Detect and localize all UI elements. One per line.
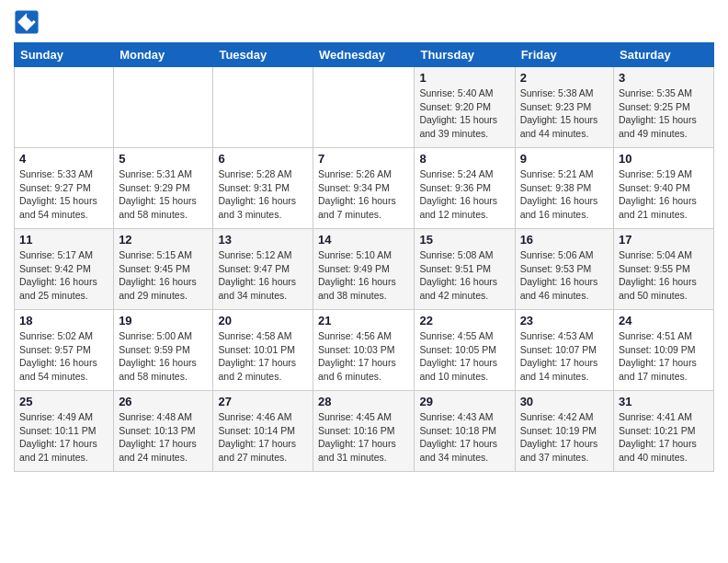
day-detail: Sunrise: 5:33 AM Sunset: 9:27 PM Dayligh… bbox=[19, 167, 108, 222]
calendar-cell: 3Sunrise: 5:35 AM Sunset: 9:25 PM Daylig… bbox=[614, 67, 714, 148]
day-number: 19 bbox=[119, 314, 208, 327]
calendar-week-4: 18Sunrise: 5:02 AM Sunset: 9:57 PM Dayli… bbox=[15, 310, 714, 391]
day-detail: Sunrise: 5:24 AM Sunset: 9:36 PM Dayligh… bbox=[419, 167, 509, 222]
day-detail: Sunrise: 4:53 AM Sunset: 10:07 PM Daylig… bbox=[520, 329, 609, 384]
calendar-cell bbox=[313, 67, 415, 148]
day-number: 5 bbox=[119, 152, 208, 166]
calendar-cell: 22Sunrise: 4:55 AM Sunset: 10:05 PM Dayl… bbox=[415, 310, 515, 391]
weekday-header-wednesday: Wednesday bbox=[313, 43, 415, 67]
day-detail: Sunrise: 5:10 AM Sunset: 9:49 PM Dayligh… bbox=[318, 248, 409, 303]
calendar-cell: 17Sunrise: 5:04 AM Sunset: 9:55 PM Dayli… bbox=[614, 229, 714, 310]
calendar-cell: 20Sunrise: 4:58 AM Sunset: 10:01 PM Dayl… bbox=[213, 310, 313, 391]
day-number: 6 bbox=[218, 152, 308, 166]
day-number: 11 bbox=[19, 233, 108, 247]
day-detail: Sunrise: 5:12 AM Sunset: 9:47 PM Dayligh… bbox=[218, 248, 308, 303]
day-detail: Sunrise: 5:26 AM Sunset: 9:34 PM Dayligh… bbox=[318, 167, 409, 222]
calendar-cell: 11Sunrise: 5:17 AM Sunset: 9:42 PM Dayli… bbox=[15, 229, 114, 310]
day-number: 23 bbox=[520, 314, 609, 327]
day-detail: Sunrise: 5:28 AM Sunset: 9:31 PM Dayligh… bbox=[218, 167, 308, 222]
day-number: 22 bbox=[419, 314, 509, 327]
calendar-cell: 27Sunrise: 4:46 AM Sunset: 10:14 PM Dayl… bbox=[213, 391, 313, 472]
day-detail: Sunrise: 5:40 AM Sunset: 9:20 PM Dayligh… bbox=[419, 86, 509, 141]
calendar-table: SundayMondayTuesdayWednesdayThursdayFrid… bbox=[14, 42, 714, 472]
day-detail: Sunrise: 4:42 AM Sunset: 10:19 PM Daylig… bbox=[520, 410, 609, 465]
calendar-cell bbox=[213, 67, 313, 148]
calendar-cell bbox=[114, 67, 213, 148]
calendar-cell: 12Sunrise: 5:15 AM Sunset: 9:45 PM Dayli… bbox=[114, 229, 213, 310]
day-detail: Sunrise: 4:49 AM Sunset: 10:11 PM Daylig… bbox=[19, 410, 108, 465]
day-detail: Sunrise: 4:46 AM Sunset: 10:14 PM Daylig… bbox=[218, 410, 308, 465]
day-detail: Sunrise: 5:17 AM Sunset: 9:42 PM Dayligh… bbox=[19, 248, 108, 303]
weekday-header-sunday: Sunday bbox=[15, 43, 114, 67]
day-number: 25 bbox=[19, 395, 108, 408]
calendar-cell: 16Sunrise: 5:06 AM Sunset: 9:53 PM Dayli… bbox=[515, 229, 613, 310]
calendar-cell: 29Sunrise: 4:43 AM Sunset: 10:18 PM Dayl… bbox=[415, 391, 515, 472]
weekday-header-monday: Monday bbox=[114, 43, 213, 67]
day-number: 24 bbox=[619, 314, 709, 327]
calendar-cell: 28Sunrise: 4:45 AM Sunset: 10:16 PM Dayl… bbox=[313, 391, 415, 472]
calendar-week-2: 4Sunrise: 5:33 AM Sunset: 9:27 PM Daylig… bbox=[15, 148, 714, 229]
day-detail: Sunrise: 5:31 AM Sunset: 9:29 PM Dayligh… bbox=[119, 167, 208, 222]
calendar-cell: 19Sunrise: 5:00 AM Sunset: 9:59 PM Dayli… bbox=[114, 310, 213, 391]
day-detail: Sunrise: 4:55 AM Sunset: 10:05 PM Daylig… bbox=[419, 329, 509, 384]
calendar-cell: 2Sunrise: 5:38 AM Sunset: 9:23 PM Daylig… bbox=[515, 67, 613, 148]
day-detail: Sunrise: 4:45 AM Sunset: 10:16 PM Daylig… bbox=[318, 410, 409, 465]
calendar-week-5: 25Sunrise: 4:49 AM Sunset: 10:11 PM Dayl… bbox=[15, 391, 714, 472]
day-number: 16 bbox=[520, 233, 609, 247]
weekday-header-tuesday: Tuesday bbox=[213, 43, 313, 67]
calendar-week-1: 1Sunrise: 5:40 AM Sunset: 9:20 PM Daylig… bbox=[15, 67, 714, 148]
day-number: 10 bbox=[619, 152, 709, 166]
calendar-cell: 23Sunrise: 4:53 AM Sunset: 10:07 PM Dayl… bbox=[515, 310, 613, 391]
day-number: 17 bbox=[619, 233, 709, 247]
calendar-cell: 1Sunrise: 5:40 AM Sunset: 9:20 PM Daylig… bbox=[415, 67, 515, 148]
calendar-cell bbox=[15, 67, 114, 148]
weekday-header-friday: Friday bbox=[515, 43, 613, 67]
day-number: 7 bbox=[318, 152, 409, 166]
day-number: 2 bbox=[520, 71, 609, 85]
day-detail: Sunrise: 4:48 AM Sunset: 10:13 PM Daylig… bbox=[119, 410, 208, 465]
day-detail: Sunrise: 4:43 AM Sunset: 10:18 PM Daylig… bbox=[419, 410, 509, 465]
calendar-cell: 14Sunrise: 5:10 AM Sunset: 9:49 PM Dayli… bbox=[313, 229, 415, 310]
calendar-cell: 8Sunrise: 5:24 AM Sunset: 9:36 PM Daylig… bbox=[415, 148, 515, 229]
day-number: 4 bbox=[19, 152, 108, 166]
day-number: 27 bbox=[218, 395, 308, 408]
day-detail: Sunrise: 5:06 AM Sunset: 9:53 PM Dayligh… bbox=[520, 248, 609, 303]
logo bbox=[14, 9, 43, 35]
day-number: 15 bbox=[419, 233, 509, 247]
day-detail: Sunrise: 5:15 AM Sunset: 9:45 PM Dayligh… bbox=[119, 248, 208, 303]
logo-icon bbox=[14, 9, 40, 35]
calendar-cell: 15Sunrise: 5:08 AM Sunset: 9:51 PM Dayli… bbox=[415, 229, 515, 310]
day-number: 21 bbox=[318, 314, 409, 327]
calendar-cell: 26Sunrise: 4:48 AM Sunset: 10:13 PM Dayl… bbox=[114, 391, 213, 472]
day-number: 13 bbox=[218, 233, 308, 247]
weekday-header-thursday: Thursday bbox=[415, 43, 515, 67]
calendar-cell: 13Sunrise: 5:12 AM Sunset: 9:47 PM Dayli… bbox=[213, 229, 313, 310]
day-number: 8 bbox=[419, 152, 509, 166]
calendar-cell: 10Sunrise: 5:19 AM Sunset: 9:40 PM Dayli… bbox=[614, 148, 714, 229]
day-number: 28 bbox=[318, 395, 409, 408]
calendar-cell: 7Sunrise: 5:26 AM Sunset: 9:34 PM Daylig… bbox=[313, 148, 415, 229]
day-number: 14 bbox=[318, 233, 409, 247]
weekday-header-saturday: Saturday bbox=[614, 43, 714, 67]
day-number: 31 bbox=[619, 395, 709, 408]
day-detail: Sunrise: 4:56 AM Sunset: 10:03 PM Daylig… bbox=[318, 329, 409, 384]
day-detail: Sunrise: 5:08 AM Sunset: 9:51 PM Dayligh… bbox=[419, 248, 509, 303]
day-detail: Sunrise: 5:21 AM Sunset: 9:38 PM Dayligh… bbox=[520, 167, 609, 222]
day-number: 20 bbox=[218, 314, 308, 327]
day-number: 3 bbox=[619, 71, 709, 85]
day-detail: Sunrise: 5:00 AM Sunset: 9:59 PM Dayligh… bbox=[119, 329, 208, 384]
day-detail: Sunrise: 5:04 AM Sunset: 9:55 PM Dayligh… bbox=[619, 248, 709, 303]
calendar-week-3: 11Sunrise: 5:17 AM Sunset: 9:42 PM Dayli… bbox=[15, 229, 714, 310]
calendar-cell: 25Sunrise: 4:49 AM Sunset: 10:11 PM Dayl… bbox=[15, 391, 114, 472]
calendar-cell: 21Sunrise: 4:56 AM Sunset: 10:03 PM Dayl… bbox=[313, 310, 415, 391]
day-number: 1 bbox=[419, 71, 509, 85]
day-detail: Sunrise: 5:02 AM Sunset: 9:57 PM Dayligh… bbox=[19, 329, 108, 384]
day-number: 18 bbox=[19, 314, 108, 327]
day-detail: Sunrise: 4:41 AM Sunset: 10:21 PM Daylig… bbox=[619, 410, 709, 465]
day-detail: Sunrise: 5:35 AM Sunset: 9:25 PM Dayligh… bbox=[619, 86, 709, 141]
calendar-cell: 6Sunrise: 5:28 AM Sunset: 9:31 PM Daylig… bbox=[213, 148, 313, 229]
calendar-cell: 24Sunrise: 4:51 AM Sunset: 10:09 PM Dayl… bbox=[614, 310, 714, 391]
day-detail: Sunrise: 5:38 AM Sunset: 9:23 PM Dayligh… bbox=[520, 86, 609, 141]
page-header bbox=[14, 9, 714, 35]
day-number: 30 bbox=[520, 395, 609, 408]
